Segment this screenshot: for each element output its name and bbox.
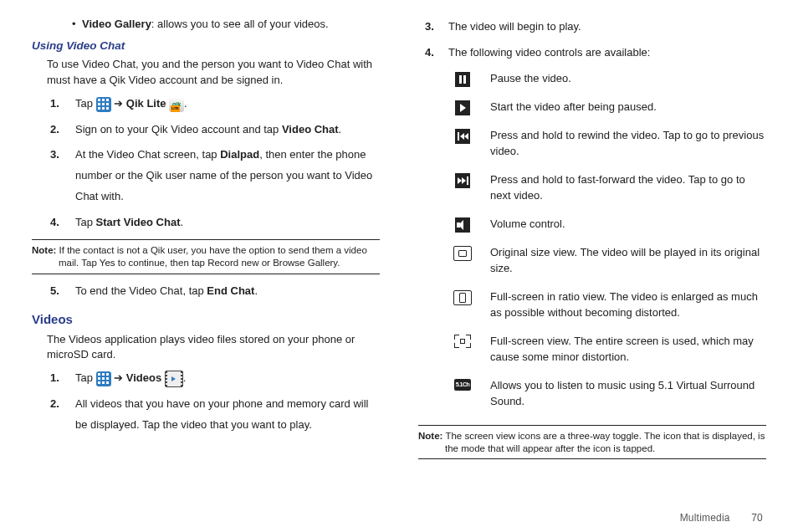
control-forward: Press and hold to fast-forward the video… bbox=[418, 171, 766, 204]
control-rewind: Press and hold to rewind the video. Tap … bbox=[418, 127, 766, 160]
left-column: Video Gallery: allows you to see all of … bbox=[32, 17, 380, 466]
note-qik-user: Note: If the contact is not a Qik user, … bbox=[32, 239, 380, 274]
play-icon bbox=[455, 100, 470, 115]
control-play: Start the video after being paused. bbox=[418, 99, 766, 115]
step-3: 3. At the Video Chat screen, tap Dialpad… bbox=[32, 145, 380, 207]
video-step-4: 4. The following video controls are avai… bbox=[418, 44, 766, 62]
video-step-2: 2. All videos that you have on your phon… bbox=[32, 394, 380, 435]
videos-intro: The Videos application plays video files… bbox=[32, 332, 380, 364]
qik-lite-icon: qik bbox=[169, 97, 184, 112]
pause-icon bbox=[455, 72, 470, 87]
step-2: 2. Sign on to your Qik Video account and… bbox=[32, 120, 380, 141]
volume-icon bbox=[455, 217, 470, 233]
control-surround: 5.1Ch Allows you to listen to music usin… bbox=[418, 377, 766, 410]
full-screen-icon bbox=[454, 335, 471, 348]
bullet-video-gallery: Video Gallery: allows you to see all of … bbox=[32, 17, 380, 33]
intro-text: To use Video Chat, you and the person yo… bbox=[32, 57, 380, 89]
footer-page: 70 bbox=[751, 512, 763, 524]
control-volume: Volume control. bbox=[418, 216, 766, 233]
video-step-1: 1. Tap ➔ Videos . bbox=[32, 368, 380, 389]
bullet-desc: : allows you to see all of your videos. bbox=[151, 18, 329, 30]
heading-videos: Videos bbox=[32, 310, 380, 329]
control-full-ratio: Full-screen in ratio view. The video is … bbox=[418, 289, 766, 321]
step-1: 1. Tap ➔ Qik Lite qik. bbox=[32, 94, 380, 115]
full-ratio-icon bbox=[453, 290, 472, 305]
note-screen-view: Note: The screen view icons are a three-… bbox=[418, 425, 766, 460]
control-pause: Pause the video. bbox=[418, 70, 766, 87]
original-size-icon bbox=[453, 246, 472, 261]
heading-using-video-chat: Using Video Chat bbox=[32, 38, 380, 54]
step-4: 4. Tap Start Video Chat. bbox=[32, 212, 380, 233]
control-full-screen: Full-screen view. The entire screen is u… bbox=[418, 333, 766, 366]
surround-sound-icon: 5.1Ch bbox=[454, 379, 471, 391]
fast-forward-icon bbox=[455, 173, 470, 188]
footer-section: Multimedia bbox=[680, 512, 730, 524]
step-5: 5. To end the Video Chat, tap End Chat. bbox=[32, 281, 380, 302]
control-original-size: Original size view. The video will be pl… bbox=[418, 244, 766, 277]
apps-icon bbox=[96, 97, 111, 112]
rewind-icon bbox=[455, 129, 470, 144]
right-column: 3. The video will begin to play. 4. The … bbox=[418, 17, 766, 466]
videos-icon bbox=[165, 371, 183, 387]
video-step-3: 3. The video will begin to play. bbox=[418, 18, 766, 36]
bullet-label: Video Gallery bbox=[82, 18, 151, 30]
page-footer: Multimedia 70 bbox=[680, 512, 763, 524]
apps-icon bbox=[96, 371, 111, 386]
